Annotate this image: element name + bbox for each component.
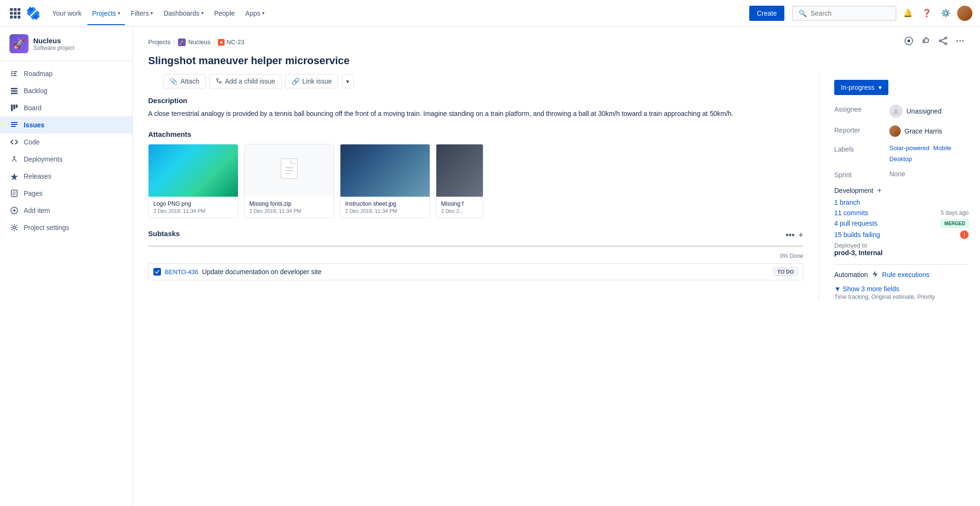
search-icon: 🔍 <box>799 10 807 17</box>
nav-apps[interactable]: Apps ▾ <box>241 6 270 21</box>
attachment-info-1: Missing fonts.zip 2 Dec 2018, 11:34 PM <box>245 197 334 218</box>
labels-label: Labels <box>834 144 882 153</box>
attachment-card-2[interactable]: Instruction sheet.jpg 2 Dec 2018, 11:34 … <box>340 144 430 218</box>
description-heading: Description <box>148 96 803 105</box>
status-button[interactable]: In-progress ▾ <box>834 80 888 95</box>
sidebar-item-backlog[interactable]: Backlog <box>0 82 132 99</box>
label-desktop[interactable]: Desktop <box>889 155 912 162</box>
sidebar-item-deployments[interactable]: Deployments <box>0 151 132 168</box>
nav-dashboards[interactable]: Dashboards ▾ <box>159 6 208 21</box>
attachment-card-0[interactable]: Logo PNG.png 2 Dec 2018, 11:34 PM <box>148 144 238 218</box>
automation-rule-link[interactable]: Rule executions <box>882 271 930 278</box>
automation-section: Automation Rule executions <box>834 264 969 279</box>
project-header[interactable]: 🚀 Nucleus Software project <box>0 27 132 61</box>
sidebar: 🚀 Nucleus Software project Roadmap Backl… <box>0 27 133 506</box>
code-icon <box>9 138 19 146</box>
user-avatar[interactable] <box>957 6 972 21</box>
grid-menu-button[interactable] <box>8 6 23 21</box>
automation-label: Automation <box>834 271 868 278</box>
add-child-issue-button[interactable]: Add a child issue <box>209 74 282 89</box>
sidebar-item-pages[interactable]: Pages <box>0 185 132 202</box>
dev-builds-link[interactable]: 15 builds failing <box>834 231 880 239</box>
breadcrumb-nc23[interactable]: NC-23 <box>226 38 245 46</box>
deployed-value: prod-3, Internal <box>834 249 969 257</box>
attachment-name-1: Missing fonts.zip <box>249 200 329 207</box>
assignee-value[interactable]: Unassigned <box>889 105 969 118</box>
nav-people[interactable]: People <box>209 6 240 21</box>
search-box[interactable]: 🔍 <box>792 6 896 21</box>
development-header: Development + <box>834 186 969 195</box>
help-icon: ❓ <box>922 9 932 18</box>
svg-point-21 <box>945 37 947 39</box>
toolbar-more-dropdown[interactable]: ▾ <box>342 75 354 88</box>
svg-rect-1 <box>13 71 17 72</box>
reporter-avatar <box>889 125 901 137</box>
label-solar-powered[interactable]: Solar-powered <box>889 144 930 152</box>
svg-rect-14 <box>11 126 16 127</box>
svg-point-20 <box>907 39 910 42</box>
svg-rect-5 <box>13 75 17 76</box>
sidebar-item-roadmap[interactable]: Roadmap <box>0 65 132 82</box>
settings-button[interactable]: ⚙️ <box>938 6 953 21</box>
jira-logo[interactable] <box>27 7 40 20</box>
breadcrumb-nucleus[interactable]: Nucleus <box>188 38 211 46</box>
svg-point-0 <box>11 71 13 73</box>
subtask-checkbox-0[interactable] <box>153 268 161 276</box>
subtasks-more-button[interactable]: ••• <box>786 230 795 240</box>
nav-your-work[interactable]: Your work <box>47 6 86 21</box>
thumbsup-icon[interactable] <box>921 36 931 48</box>
svg-rect-12 <box>11 122 18 123</box>
dev-branches-link[interactable]: 1 branch <box>834 199 860 206</box>
sprint-value: None <box>889 170 969 178</box>
dev-pullrequests-link[interactable]: 4 pull requests <box>834 220 877 227</box>
sidebar-item-releases[interactable]: Releases <box>0 168 132 185</box>
subtask-item-0[interactable]: BENTO-436 Update documentation on develo… <box>148 263 803 280</box>
subtask-status-0: TO DO <box>773 267 798 276</box>
issue-header: Slingshot maneuver helper microservice <box>133 48 980 74</box>
breadcrumb-sep-2: / <box>214 38 216 46</box>
sidebar-item-issues[interactable]: Issues <box>0 116 132 134</box>
more-icon[interactable] <box>955 36 965 48</box>
topnav-right: 🔍 🔔 ❓ ⚙️ <box>792 6 972 21</box>
attach-button[interactable]: 📎 Attach <box>163 74 206 88</box>
notifications-button[interactable]: 🔔 <box>900 6 915 21</box>
search-input[interactable] <box>810 10 890 17</box>
create-button[interactable]: Create <box>749 6 784 21</box>
sidebar-project-settings-label: Project settings <box>24 224 69 231</box>
main-content: Projects / 🚀 Nucleus / ■ NC-23 <box>133 27 980 506</box>
project-icon: 🚀 <box>9 34 28 53</box>
sidebar-item-add-item[interactable]: Add item <box>0 202 132 219</box>
breadcrumb-projects[interactable]: Projects <box>148 38 170 46</box>
subtasks-actions: ••• + <box>786 230 803 240</box>
share-icon[interactable] <box>938 36 948 48</box>
subtask-id-0[interactable]: BENTO-436 <box>165 268 198 276</box>
sidebar-item-board[interactable]: Board <box>0 99 132 116</box>
sprint-label: Sprint <box>834 170 882 179</box>
link-issue-button[interactable]: 🔗 Link issue <box>285 74 338 88</box>
label-mobile[interactable]: Mobile <box>933 144 952 152</box>
watch-icon[interactable] <box>904 36 914 48</box>
reporter-value[interactable]: Grace Harris <box>889 125 969 137</box>
svg-point-22 <box>939 40 941 42</box>
attachment-card-3[interactable]: Missing f 2 Dec 2... <box>436 144 483 218</box>
attachment-thumb-3 <box>436 144 483 197</box>
deployed-label: Deployed to <box>834 242 969 249</box>
svg-point-26 <box>962 40 964 42</box>
attachment-card-1[interactable]: Missing fonts.zip 2 Dec 2018, 11:34 PM <box>244 144 334 218</box>
dev-commits-link[interactable]: 11 commits <box>834 209 868 217</box>
show-more-hint: Time tracking, Original estimate, Priori… <box>834 294 969 300</box>
project-settings-icon <box>9 224 19 231</box>
help-button[interactable]: ❓ <box>919 6 934 21</box>
subtasks-add-button[interactable]: + <box>798 230 803 240</box>
dev-deployed-section: Deployed to prod-3, Internal <box>834 242 969 257</box>
nav-filters[interactable]: Filters ▾ <box>126 6 158 21</box>
show-more-link[interactable]: ▼ Show 3 more fields <box>834 285 969 293</box>
svg-rect-29 <box>281 159 297 179</box>
development-add-button[interactable]: + <box>877 186 882 195</box>
nav-projects[interactable]: Projects ▾ <box>87 6 125 21</box>
sidebar-item-code[interactable]: Code <box>0 134 132 151</box>
attachment-thumb-0 <box>149 144 238 197</box>
sidebar-item-project-settings[interactable]: Project settings <box>0 219 132 236</box>
reporter-label: Reporter <box>834 125 882 134</box>
projects-chevron-icon: ▾ <box>118 10 120 16</box>
